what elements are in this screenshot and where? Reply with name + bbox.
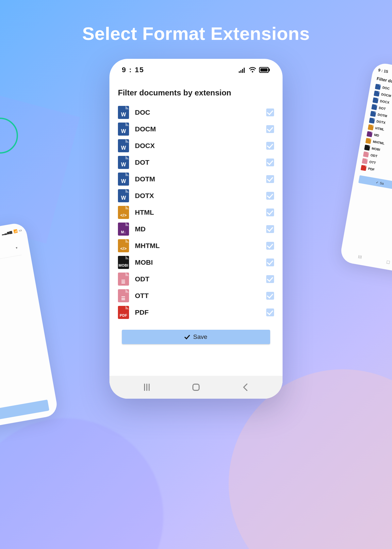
peek-file-icon xyxy=(368,124,374,130)
hero-title: Select Format Extensions xyxy=(0,23,392,44)
save-button[interactable]: Save xyxy=(122,330,270,344)
background-phone-left: ▂▃▅▆📶▭ nvert xyxy=(0,222,59,432)
peek-file-icon xyxy=(362,158,368,164)
extension-label: OTT xyxy=(135,292,266,300)
peek-extension-label: MD xyxy=(374,133,379,138)
peek-file-icon xyxy=(370,111,376,117)
peek-file-icon xyxy=(369,117,375,124)
extension-checkbox[interactable] xyxy=(266,175,274,183)
extension-checkbox[interactable] xyxy=(266,292,274,300)
extension-checkbox[interactable] xyxy=(266,192,274,200)
extension-checkbox[interactable] xyxy=(266,142,274,150)
extension-checkbox[interactable] xyxy=(266,158,274,166)
peek-extension-label: ODT xyxy=(370,153,378,158)
extension-row-html[interactable]: </>HTML xyxy=(118,204,274,221)
peek-file-icon xyxy=(363,151,369,158)
peek-save-button: ✓Sa xyxy=(358,175,392,190)
peek-extension-label: MHTML xyxy=(373,140,385,145)
extension-label: MHTML xyxy=(135,242,266,250)
extension-label: MOBI xyxy=(135,258,266,266)
screen-title: Filter documents by extension xyxy=(118,88,274,97)
battery-icon xyxy=(259,67,270,73)
extension-checkbox[interactable] xyxy=(266,108,274,116)
status-icons xyxy=(239,67,270,73)
extension-checkbox[interactable] xyxy=(266,125,274,133)
extension-row-docm[interactable]: WDOCM xyxy=(118,121,274,137)
signal-icon xyxy=(239,67,246,73)
nav-home-button[interactable] xyxy=(192,384,200,391)
extension-row-doc[interactable]: WDOC xyxy=(118,104,274,121)
peek-extension-label: PDF xyxy=(368,167,375,171)
extension-label: ODT xyxy=(135,275,266,283)
word-file-icon: W xyxy=(118,123,129,136)
svg-point-4 xyxy=(252,71,253,72)
phone-frame: 9 : 15 Filter documents by extension WDO… xyxy=(109,59,283,399)
extension-checkbox[interactable] xyxy=(266,242,274,250)
background-phone-right: 9 : 15 Filter do DOCDOCMDOCXDOTDOTMDOTXH… xyxy=(339,62,392,278)
extension-checkbox[interactable] xyxy=(266,258,274,266)
extension-row-md[interactable]: M↓MD xyxy=(118,221,274,237)
system-nav-bar xyxy=(109,376,283,399)
extension-label: DOT xyxy=(135,158,266,166)
peek-file-icon xyxy=(371,104,378,110)
peek-extension-label: HTML xyxy=(375,126,384,131)
md-file-icon: M↓ xyxy=(118,223,129,236)
extension-label: DOTX xyxy=(135,192,266,200)
peek-file-icon xyxy=(366,138,372,144)
peek-extension-label: DOTX xyxy=(376,120,386,125)
status-bar: 9 : 15 xyxy=(109,61,283,78)
html-file-icon: </> xyxy=(118,206,129,219)
nav-recents-button[interactable] xyxy=(144,384,150,391)
extension-row-dotx[interactable]: WDOTX xyxy=(118,187,274,204)
extension-checkbox[interactable] xyxy=(266,275,274,283)
svg-rect-3 xyxy=(244,68,245,73)
svg-rect-6 xyxy=(269,69,270,71)
svg-rect-2 xyxy=(242,69,243,73)
odt-file-icon: ☰ xyxy=(118,289,129,302)
status-time: 9 : 15 xyxy=(122,66,144,74)
svg-rect-1 xyxy=(240,70,241,73)
peek-extension-label: DOCM xyxy=(381,92,391,98)
odt-file-icon: ☰ xyxy=(118,273,129,286)
extension-checkbox[interactable] xyxy=(266,308,274,316)
extension-row-dot[interactable]: WDOT xyxy=(118,154,274,171)
peek-file-icon xyxy=(374,91,380,97)
extension-row-mhtml[interactable]: </>MHTML xyxy=(118,237,274,254)
extension-row-mobi[interactable]: MOBIMOBI xyxy=(118,254,274,271)
wifi-icon xyxy=(249,67,256,73)
svg-rect-7 xyxy=(260,68,268,72)
extension-row-dotm[interactable]: WDOTM xyxy=(118,171,274,187)
peek-file-icon xyxy=(367,131,373,137)
extension-label: DOC xyxy=(135,108,266,116)
bg-decoration xyxy=(0,418,163,549)
extension-checkbox[interactable] xyxy=(266,225,274,233)
word-file-icon: W xyxy=(118,139,129,152)
peek-file-icon xyxy=(375,84,381,90)
extension-label: PDF xyxy=(135,308,266,316)
pdf-file-icon: PDF xyxy=(118,306,129,319)
extension-checkbox[interactable] xyxy=(266,208,274,216)
extension-row-odt[interactable]: ☰ODT xyxy=(118,271,274,287)
peek-extension-label: OTT xyxy=(369,160,376,165)
mobi-file-icon: MOBI xyxy=(118,256,129,269)
extension-list: WDOCWDOCMWDOCXWDOTWDOTMWDOTX</>HTMLM↓MD<… xyxy=(118,104,274,321)
extension-label: MD xyxy=(135,225,266,233)
word-file-icon: W xyxy=(118,173,129,186)
peek-file-icon xyxy=(361,165,367,171)
bg-decoration xyxy=(0,83,80,243)
extension-label: DOCX xyxy=(135,142,266,150)
word-file-icon: W xyxy=(118,189,129,202)
peek-file-icon xyxy=(364,144,370,151)
extension-label: HTML xyxy=(135,208,266,216)
extension-row-ott[interactable]: ☰OTT xyxy=(118,287,274,304)
extension-row-docx[interactable]: WDOCX xyxy=(118,137,274,154)
word-file-icon: W xyxy=(118,106,129,119)
peek-extension-label: DOCX xyxy=(380,99,390,105)
nav-back-button[interactable] xyxy=(242,383,248,391)
extension-row-pdf[interactable]: PDFPDF xyxy=(118,304,274,321)
extension-label: DOCM xyxy=(135,125,266,133)
peek-nav: III◻〈 xyxy=(345,252,392,273)
peek-extension-label: MOBI xyxy=(371,146,381,151)
peek-extension-label: DOC xyxy=(382,86,390,91)
word-file-icon: W xyxy=(118,156,129,169)
